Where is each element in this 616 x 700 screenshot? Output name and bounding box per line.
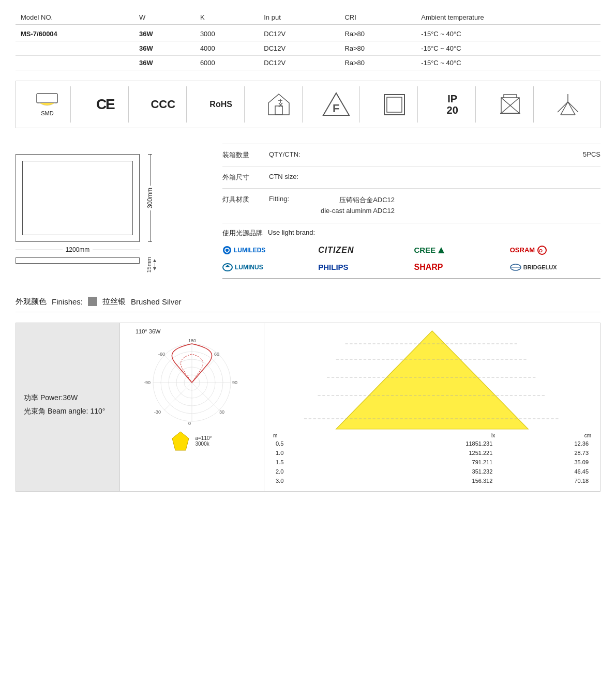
m-3: 2.0 [273,467,337,476]
bottom-section: 功率 Power:36W 光束角 Beam angle: 110° 110° 3… [16,323,600,492]
lx-3: 351.232 [338,467,495,476]
lx-1: 1251.221 [338,449,495,457]
k-cell-3: 6000 [195,56,259,70]
polar-kelvin-label: 3000k [195,441,212,447]
led-shape-icon [172,431,190,451]
svg-marker-50 [336,331,528,429]
house-cert [256,86,303,123]
photo-row: 1.5 791.211 35.09 [273,458,591,466]
finishes-value-en: Brushed Silver [131,297,182,306]
model-cell-3 [16,56,134,70]
svg-marker-29 [225,265,230,267]
cri-cell: Ra>80 [339,25,416,41]
svg-marker-49 [172,432,189,450]
weee-icon [499,92,522,117]
sharp-logo: SHARP [414,262,505,273]
col-cm: cm [496,433,591,438]
col-k: K [195,10,259,25]
finishes-value-zh: 拉丝银 [102,297,126,307]
lx-4: 156.312 [338,477,495,485]
svg-rect-0 [37,94,57,103]
svg-text:180: 180 [188,338,196,343]
fitting-label-zh: 灯具材质 [222,195,264,204]
k-cell-2: 4000 [195,41,259,56]
middle-section: 300mm 1200mm 15mm [16,144,600,279]
smd-cert: SMD [24,86,71,123]
dimension-15: 15mm [145,257,153,273]
polar-diagram: 180 0 90 -90 -60 60 -30 30 [132,336,251,429]
dimension-1200: 1200mm [63,246,93,253]
cm-1: 28.73 [496,449,591,457]
ce-cert: CE [82,86,129,123]
model-cell: MS-7/60004 [16,25,134,41]
cri-cell-3: Ra>80 [339,56,416,70]
citizen-logo: CITIZEN [318,244,409,256]
temp-cell: -15°C ~ 40°C [416,25,600,41]
svg-marker-1 [268,94,289,115]
fitting-value: 压铸铝合金ADC12die-cast aluminm ADC12 [321,195,395,217]
photo-row: 2.0 351.232 46.45 [273,467,591,476]
photo-row: 3.0 156.312 70.18 [273,477,591,485]
cm-3: 46.45 [496,467,591,476]
cm-2: 35.09 [496,458,591,466]
svg-text:-90: -90 [144,380,151,385]
rohs-icon: RoHS [209,100,232,109]
photo-row: 0.5 11851.231 12.36 [273,439,591,448]
finishes-label-en: Finishes: [52,297,83,306]
ip20-cert: IP20 [429,86,476,123]
polar-title: 110° 36W [136,328,160,334]
f-triangle-cert: F [313,86,360,123]
light-dist-cert [545,86,592,123]
col-m: m [273,433,337,438]
col-input: In put [259,10,339,25]
certification-row: SMD CE CCC RoHS F [16,81,600,128]
finishes-section: 外观颜色 Finishes: 拉丝银 Brushed Silver [16,289,600,312]
qty-label-zh: 装箱数量 [222,150,264,160]
col-lx: lx [338,433,495,438]
col-temp: Ambient temperature [416,10,600,25]
specs-table: Model NO. W K In put CRI Ambient tempera… [16,10,600,70]
svg-rect-10 [384,95,404,115]
ctn-row: 外箱尺寸 CTN size: [222,166,600,189]
house-icon [266,92,292,117]
brands-grid: LUMILEDS CITIZEN CREE OSRAM O [222,244,600,273]
weee-cert [487,86,534,123]
svg-marker-3 [274,94,284,99]
polar-diagram-panel: 110° 36W 180 [119,323,264,491]
light-dist-icon [557,92,580,117]
svg-text:F: F [333,102,339,115]
ce-icon: CE [96,96,114,113]
svg-text:0: 0 [188,421,191,426]
table-row: 36W 6000 DC12V Ra>80 -15°C ~ 40°C [16,56,600,70]
smd-label: SMD [41,110,53,116]
cree-logo: CREE [414,244,505,256]
power-label: 功率 Power:36W [24,393,112,403]
col-cri: CRI [339,10,416,25]
fitting-label-en: Fitting: [269,195,321,203]
qty-row: 装箱数量 QTY/CTN: 5PCS [222,144,600,166]
w-cell: 36W [134,25,195,41]
product-drawing: 300mm 1200mm 15mm [16,144,212,264]
product-profile [16,257,140,264]
qty-value: 5PCS [321,150,600,158]
col-model: Model NO. [16,10,134,25]
temp-cell-2: -15°C ~ 40°C [416,41,600,56]
m-2: 1.5 [273,458,337,466]
luminus-logo: LUMINUS [222,262,313,273]
lumileds-logo: LUMILEDS [222,244,313,256]
w-cell-3: 36W [134,56,195,70]
finishes-label-zh: 外观颜色 [16,297,47,307]
square-cert [371,86,418,123]
cm-4: 70.18 [496,477,591,485]
brand-label-zh: 使用光源品牌 [222,229,263,238]
lx-2: 791.211 [338,458,495,466]
lx-0: 11851.231 [338,439,495,448]
table-row: MS-7/60004 36W 3000 DC12V Ra>80 -15°C ~ … [16,25,600,41]
ip20-icon: IP20 [447,93,458,116]
m-4: 3.0 [273,477,337,485]
input-cell: DC12V [259,25,339,41]
photo-data-panel: m lx cm 0.5 11851.231 12.36 1.0 1251.221… [264,323,600,491]
svg-rect-11 [387,97,402,112]
fitting-row: 灯具材质 Fitting: 压铸铝合金ADC12die-cast aluminm… [222,189,600,223]
table-row: 36W 4000 DC12V Ra>80 -15°C ~ 40°C [16,41,600,56]
